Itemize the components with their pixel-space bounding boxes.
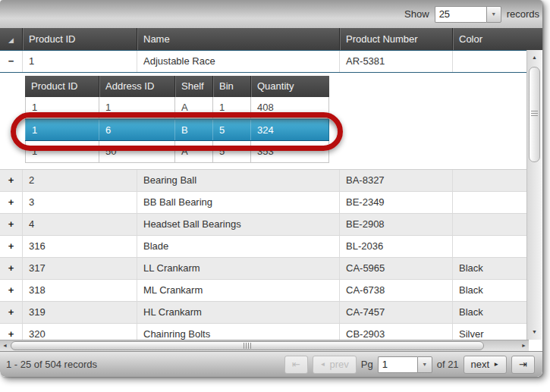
of-total-label: of 21 [437, 359, 459, 370]
cell-bin: 5 [212, 141, 250, 162]
cell-product-id: 320 [22, 324, 137, 340]
cell-product-number: BA-8327 [339, 170, 452, 191]
records-status: 1 - 25 of 504 records [6, 359, 97, 370]
cell-color [452, 51, 526, 72]
column-header-name[interactable]: Name [137, 28, 339, 50]
prev-page-button[interactable]: ◄ prev [313, 356, 357, 374]
cell-shelf: B [174, 120, 212, 140]
cell-product-id: 317 [22, 258, 137, 279]
vertical-scrollbar-thumb[interactable] [529, 67, 540, 162]
table-row[interactable]: + 3 BB Ball Bearing BE-2349 [0, 192, 526, 214]
scroll-left-button[interactable]: ◄ [0, 340, 10, 351]
table-row[interactable]: + 2 Bearing Ball BA-8327 [0, 170, 526, 192]
cell-name: Bearing Ball [137, 170, 339, 191]
table-row[interactable]: + 319 HL Crankarm CA-7457 Black [0, 302, 526, 324]
cell-name: ML Crankarm [137, 280, 339, 301]
grid-toolbar: Show ▼ records [0, 0, 542, 28]
cell-name: Blade [137, 236, 339, 257]
cell-product-id: 1 [25, 120, 99, 140]
cell-color [452, 170, 526, 191]
table-row[interactable]: + 316 Blade BL-2036 [0, 236, 526, 258]
column-header-product-number[interactable]: Product Number [339, 28, 452, 50]
next-page-button[interactable]: next ► [464, 356, 508, 374]
column-header-product-id[interactable]: Product ID [22, 28, 137, 50]
subgrid-row-selected[interactable]: 1 6 B 5 324 [25, 119, 329, 141]
scroll-down-icon: ▼ [532, 329, 537, 334]
cell-quantity: 353 [250, 141, 329, 162]
chevron-down-icon: ▼ [422, 362, 427, 367]
scroll-left-icon: ◄ [2, 343, 8, 348]
show-label: Show [404, 8, 429, 20]
cell-color: Silver [452, 324, 526, 340]
page-number-dropdown-button[interactable]: ▼ [417, 356, 432, 373]
last-page-button[interactable]: ⇥ [511, 356, 535, 374]
horizontal-scrollbar[interactable]: ◄ ► [0, 340, 529, 351]
page-size-dropdown-button[interactable]: ▼ [486, 6, 501, 23]
cell-product-number: BE-2349 [339, 192, 452, 213]
expand-row-button[interactable]: + [0, 302, 22, 323]
expand-row-button[interactable]: + [0, 214, 22, 235]
page-size-input[interactable] [435, 6, 486, 23]
prev-arrow-icon: ◄ [320, 361, 326, 368]
cell-product-id: 1 [25, 97, 99, 118]
next-label: next [471, 359, 490, 370]
table-row[interactable]: + 320 Chainring Bolts CB-2903 Silver [0, 324, 526, 340]
subgrid-row[interactable]: 1 1 A 1 408 [25, 97, 329, 119]
cell-quantity: 408 [250, 97, 329, 118]
subgrid-column-address-id[interactable]: Address ID [99, 76, 174, 97]
cell-name: Headset Ball Bearings [137, 214, 339, 235]
rows-pane: − 1 Adjustable Race AR-5381 Product ID A… [0, 50, 526, 340]
expand-row-button[interactable]: + [0, 324, 22, 340]
expand-row-button[interactable]: + [0, 258, 22, 279]
page-number-input[interactable] [378, 356, 417, 373]
cell-color: Black [452, 258, 526, 279]
subgrid-column-quantity[interactable]: Quantity [250, 76, 329, 97]
cell-name: Chainring Bolts [137, 324, 339, 340]
cell-name: HL Crankarm [137, 302, 339, 323]
cell-product-id: 4 [22, 214, 137, 235]
subgrid-column-product-id[interactable]: Product ID [25, 76, 99, 97]
scroll-up-button[interactable]: ▲ [527, 52, 542, 64]
subgrid-row[interactable]: 1 50 A 5 353 [25, 141, 329, 163]
subgrid-column-shelf[interactable]: Shelf [174, 76, 212, 97]
cell-product-id: 1 [25, 141, 99, 162]
cell-name: BB Ball Bearing [137, 192, 339, 213]
expand-row-button[interactable]: + [0, 236, 22, 257]
cell-product-number: CA-6738 [339, 280, 452, 301]
scroll-right-button[interactable]: ► [519, 340, 529, 351]
scroll-right-icon: ► [521, 343, 526, 348]
vertical-scrollbar[interactable]: ▲ ▼ [526, 50, 542, 340]
table-row[interactable]: + 317 LL Crankarm CA-5965 Black [0, 258, 526, 280]
horizontal-scrollbar-thumb[interactable] [11, 341, 484, 350]
table-row[interactable]: + 318 ML Crankarm CA-6738 Black [0, 280, 526, 302]
page-number-combo: ▼ [378, 356, 432, 373]
cell-product-number: CB-2903 [339, 324, 452, 340]
scroll-down-button[interactable]: ▼ [527, 326, 542, 338]
cell-product-id: 318 [22, 280, 137, 301]
pagination-controls: ⇤ ◄ prev Pg ▼ of 21 next ► ⇥ [284, 356, 535, 374]
cell-product-number: AR-5381 [339, 51, 452, 72]
subgrid-header: Product ID Address ID Shelf Bin Quantity [25, 76, 329, 97]
cell-color: Black [452, 302, 526, 323]
cell-color [452, 192, 526, 213]
first-page-button[interactable]: ⇤ [284, 356, 308, 374]
cell-product-id: 319 [22, 302, 137, 323]
cell-address-id: 50 [99, 141, 174, 162]
subgrid-column-bin[interactable]: Bin [212, 76, 250, 97]
cell-shelf: A [174, 97, 212, 118]
collapse-all-button[interactable]: ◢ [0, 28, 22, 50]
collapse-row-button[interactable]: − [0, 51, 22, 72]
grid-body: − 1 Adjustable Race AR-5381 Product ID A… [0, 50, 542, 340]
expand-row-button[interactable]: + [0, 192, 22, 213]
cell-color [452, 214, 526, 235]
table-row[interactable]: − 1 Adjustable Race AR-5381 [0, 50, 526, 73]
column-header-color[interactable]: Color [452, 28, 542, 50]
cell-name: LL Crankarm [137, 258, 339, 279]
table-row[interactable]: + 4 Headset Ball Bearings BE-2908 [0, 214, 526, 236]
expand-row-button[interactable]: + [0, 280, 22, 301]
cell-product-number: BL-2036 [339, 236, 452, 257]
cell-product-id: 2 [22, 170, 137, 191]
pg-label: Pg [361, 359, 373, 370]
cell-product-id: 316 [22, 236, 137, 257]
expand-row-button[interactable]: + [0, 170, 22, 191]
